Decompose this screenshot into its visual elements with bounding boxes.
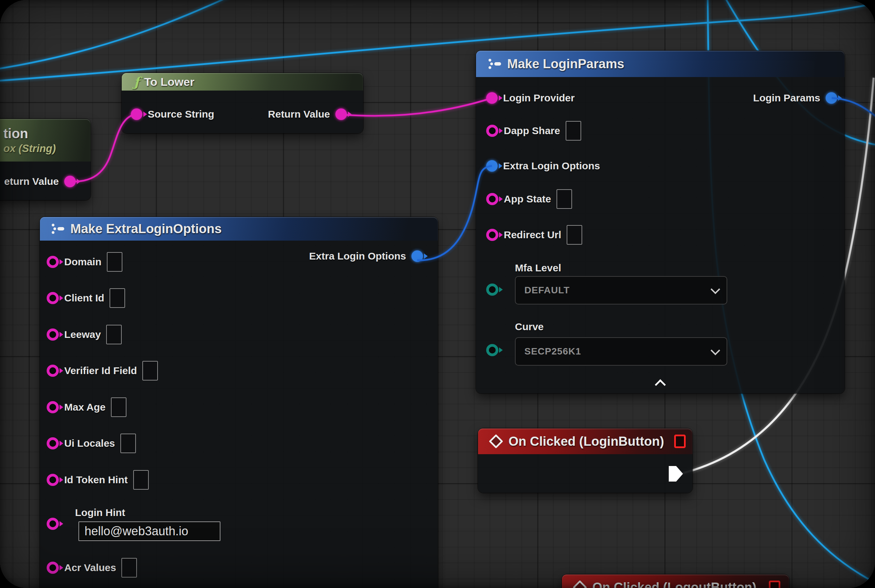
login-hint-input[interactable]: hello@web3auth.io: [78, 521, 221, 541]
mfa-level-value: DEFAULT: [525, 285, 570, 296]
dapp-share-row: Dapp Share: [486, 121, 581, 141]
event-diamond-icon: [489, 434, 503, 448]
redirect-url-value-box[interactable]: [567, 225, 582, 244]
collapse-node-chevron-icon[interactable]: [655, 379, 666, 390]
to-lower-return-label: Return Value: [268, 108, 330, 120]
curve-pin-row: [486, 340, 498, 360]
login-params-output-row: Login Params: [753, 88, 837, 108]
client-id-value-box[interactable]: [110, 288, 125, 308]
redirect-url-pin[interactable]: [486, 229, 498, 241]
acr-values-pin[interactable]: [47, 562, 59, 574]
on-clicked-login-header[interactable]: On Clicked (LoginButton): [478, 429, 692, 454]
on-clicked-logout-header[interactable]: On Clicked (LogoutButton): [562, 574, 789, 588]
curve-label-wrap: Curve: [515, 321, 544, 333]
source-string-pin[interactable]: [131, 108, 142, 120]
client-id-row: Client Id: [47, 288, 125, 308]
node-partial-get-text[interactable]: tion ox (String) eturn Value: [0, 119, 90, 200]
ui-locales-label: Ui Locales: [64, 438, 115, 449]
curve-value: SECP256K1: [525, 346, 581, 357]
ui-locales-value-box[interactable]: [120, 434, 136, 453]
id-token-hint-pin[interactable]: [47, 474, 59, 486]
login-params-output-pin[interactable]: [825, 92, 837, 104]
make-extra-header[interactable]: Make ExtraLoginOptions: [40, 217, 438, 241]
node-partial-title: tion: [3, 126, 28, 141]
node-make-extra-login-options[interactable]: Make ExtraLoginOptions Domain Client Id …: [40, 217, 438, 588]
domain-label: Domain: [64, 256, 101, 268]
event-diamond-icon: [573, 580, 587, 588]
app-state-value-box[interactable]: [556, 189, 572, 209]
wire-tolower-to-login-provider: [341, 98, 492, 116]
mfa-level-label-wrap: Mfa Level: [515, 262, 561, 274]
ui-locales-pin[interactable]: [47, 437, 59, 450]
make-struct-icon: [51, 223, 65, 234]
extra-login-options-output-pin[interactable]: [412, 250, 423, 262]
curve-dropdown[interactable]: SECP256K1: [515, 337, 727, 366]
function-icon: ƒ: [134, 74, 139, 90]
extra-login-options-output-row: Extra Login Options: [309, 250, 423, 262]
login-params-output-label: Login Params: [753, 92, 820, 104]
id-token-hint-row: Id Token Hint: [47, 470, 149, 490]
client-id-label: Client Id: [64, 292, 104, 304]
node-make-login-params[interactable]: Make LoginParams Login Provider Dapp Sha…: [476, 51, 845, 393]
redirect-url-label: Redirect Url: [504, 229, 561, 241]
to-lower-output-row: Return Value: [268, 104, 347, 124]
leeway-pin[interactable]: [47, 328, 59, 340]
event-stop-icon[interactable]: [769, 580, 780, 588]
app-state-pin[interactable]: [486, 193, 498, 205]
domain-value-box[interactable]: [107, 252, 122, 272]
leeway-value-box[interactable]: [106, 325, 122, 344]
login-hint-pin-row: [47, 514, 59, 534]
app-state-row: App State: [486, 189, 572, 209]
extra-login-options-input-row: Extra Login Options: [486, 156, 600, 176]
acr-values-value-box[interactable]: [121, 558, 137, 578]
make-login-header[interactable]: Make LoginParams: [476, 51, 845, 77]
id-token-hint-value-box[interactable]: [133, 470, 149, 490]
curve-pin[interactable]: [486, 344, 498, 356]
login-provider-row: Login Provider: [486, 88, 575, 108]
login-provider-pin[interactable]: [486, 92, 498, 104]
login-hint-value: hello@web3auth.io: [84, 524, 188, 538]
node-on-clicked-logout-button[interactable]: On Clicked (LogoutButton): [562, 574, 789, 588]
domain-pin[interactable]: [47, 256, 59, 268]
id-token-hint-label: Id Token Hint: [64, 474, 128, 486]
dapp-share-value-box[interactable]: [566, 121, 581, 141]
verifier-id-field-value-box[interactable]: [142, 361, 158, 381]
to-lower-title: To Lower: [144, 75, 194, 88]
domain-row: Domain: [47, 252, 122, 272]
make-login-title: Make LoginParams: [507, 57, 624, 71]
mfa-level-pin[interactable]: [486, 284, 498, 296]
verifier-id-field-pin[interactable]: [47, 364, 59, 377]
max-age-value-box[interactable]: [111, 398, 126, 417]
exec-output-pin[interactable]: [669, 466, 683, 482]
max-age-pin[interactable]: [47, 401, 59, 413]
leeway-row: Leeway: [47, 325, 122, 344]
to-lower-header[interactable]: ƒ To Lower: [122, 73, 363, 91]
node-partial-header[interactable]: tion ox (String): [0, 119, 90, 162]
extra-login-options-input-pin[interactable]: [486, 160, 498, 172]
curve-label: Curve: [515, 321, 544, 332]
login-hint-label-wrap: Login Hint: [75, 507, 125, 518]
event-stop-icon[interactable]: [674, 435, 686, 448]
verifier-id-field-row: Verifier Id Field: [47, 361, 158, 381]
return-value-label: eturn Value: [4, 176, 59, 187]
login-hint-pin[interactable]: [47, 518, 59, 530]
login-provider-label: Login Provider: [503, 92, 575, 104]
make-struct-icon: [487, 58, 502, 70]
client-id-pin[interactable]: [47, 292, 59, 304]
ui-locales-row: Ui Locales: [47, 434, 136, 453]
mfa-level-dropdown[interactable]: DEFAULT: [515, 276, 727, 304]
on-clicked-login-title: On Clicked (LoginButton): [508, 434, 674, 449]
dapp-share-pin[interactable]: [486, 125, 498, 137]
on-clicked-logout-title: On Clicked (LogoutButton): [592, 580, 769, 588]
to-lower-return-pin[interactable]: [335, 108, 347, 120]
blueprint-graph-canvas[interactable]: tion ox (String) eturn Value ƒ To Lower …: [0, 0, 875, 588]
node-to-lower[interactable]: ƒ To Lower Source String Return Value: [122, 73, 363, 133]
app-state-label: App State: [504, 193, 551, 205]
redirect-url-row: Redirect Url: [486, 225, 582, 244]
node-on-clicked-login-button[interactable]: On Clicked (LoginButton): [478, 429, 692, 493]
mfa-level-label: Mfa Level: [515, 262, 561, 273]
return-value-pin[interactable]: [64, 176, 76, 187]
source-string-row: Source String: [131, 104, 214, 124]
wire-cyan-exit-top: [0, 0, 237, 70]
acr-values-label: Acr Values: [64, 562, 116, 573]
